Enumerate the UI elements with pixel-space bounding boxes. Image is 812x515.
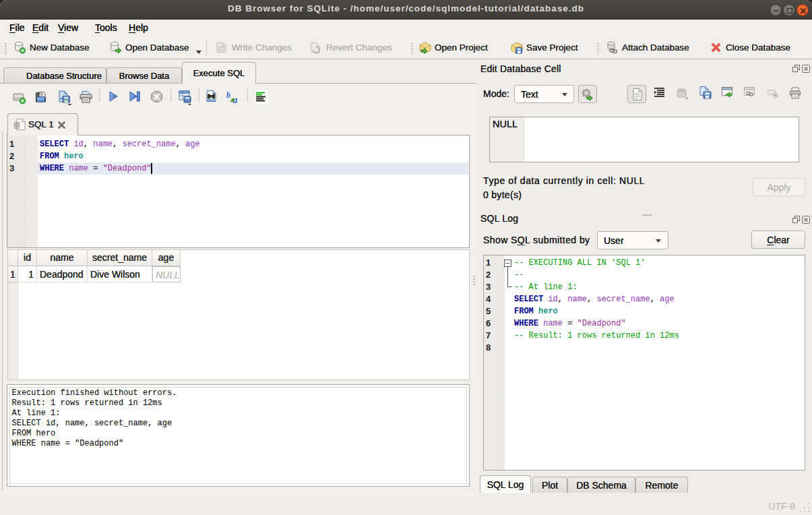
svg-text:b: b [226,90,230,100]
